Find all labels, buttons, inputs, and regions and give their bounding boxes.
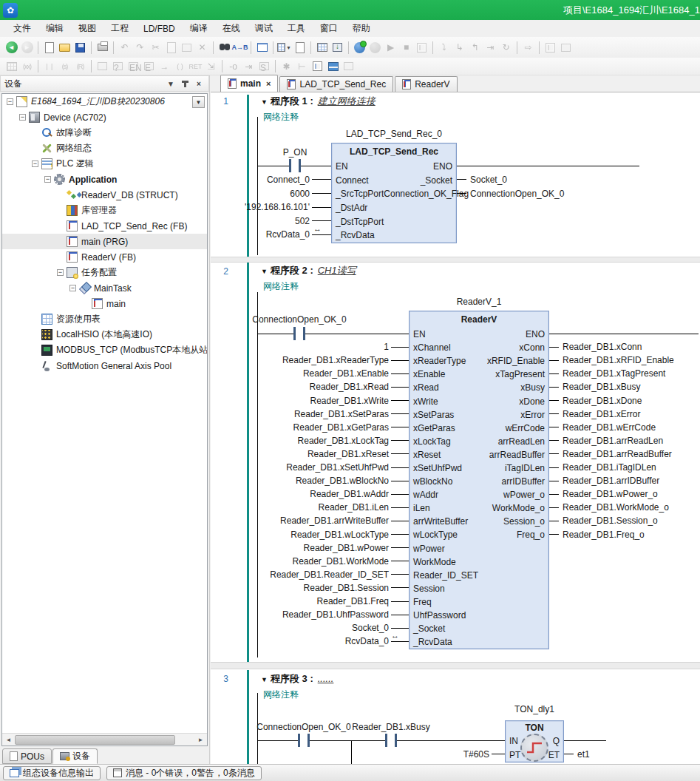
tree-expander-icon[interactable]: − [69,285,76,291]
insert-block-eno-icon[interactable]: E [142,59,156,73]
tree-expander-icon[interactable]: − [19,114,26,121]
output-operand[interactable]: Reader_DB1.arrIDBuffer [549,475,659,487]
input-operand[interactable]: Reader_DB1.xLockTag [298,435,409,447]
menu-item-3[interactable]: 工程 [103,20,136,37]
tree-item-12[interactable]: −MainTask [2,280,207,296]
tree-item-2[interactable]: 故障诊断 [2,125,207,141]
input-operand[interactable]: Reader_DB1.xReset [307,448,409,460]
input-operand[interactable]: Reader_DB1.wBlockNo [296,475,409,487]
output-operand[interactable]: ConnectionOpen_OK_0 [457,188,564,200]
tree-item-8[interactable]: LAD_TCP_Send_Rec (FB) [2,218,207,234]
insert-ret-icon[interactable]: RET [188,59,203,73]
input-operand[interactable]: Reader_DB1.wAddr [310,488,409,500]
contact[interactable] [300,733,307,748]
window-copy-icon[interactable] [559,41,573,55]
input-operand[interactable]: Reader_DB1.xReaderType [282,354,409,366]
view-split-2-icon[interactable] [326,59,340,73]
negate-icon[interactable]: -o [226,59,240,73]
input-operand[interactable]: Reader_DB1.WorkMode [292,555,409,567]
tab-close-icon[interactable]: × [266,79,271,88]
tree-item-0[interactable]: −E1684_1694_汇川DB块20230806▼ [2,94,207,109]
output-operand[interactable]: Reader_DB1.arrReadBuffer [549,448,672,460]
insert-coil-icon[interactable]: ( ) [173,59,187,73]
network-title-comment[interactable]: 建立网络连接 [318,95,376,106]
paste-icon[interactable] [180,41,194,55]
statusbar-button-0[interactable]: 组态设备信息输出 [3,766,101,780]
input-operand[interactable]: Reader_DB1.wPower [304,542,409,554]
input-operand[interactable]: Reader_DB1.UhfPassword [282,609,409,621]
set-reset-icon[interactable]: S [257,59,271,73]
menu-item-9[interactable]: 窗口 [313,20,345,37]
input-operand[interactable]: 6000 [290,188,331,200]
network-number[interactable]: 3 [211,674,228,684]
open-project-icon[interactable] [58,41,72,55]
network-collapse-icon[interactable]: ▼ [261,676,268,683]
insert-contact-negated-icon[interactable]: (s) [58,59,72,73]
insert-assignment-icon[interactable]: → [157,59,171,73]
compile-icon[interactable] [315,41,329,55]
update-parameters-icon[interactable]: ✱ [279,59,293,73]
insert-block-en-icon[interactable]: EN [126,59,140,73]
tree-item-14[interactable]: 资源使用表 [2,311,207,327]
panel-tab-pous[interactable]: POUs [2,748,52,764]
tree-expander-icon[interactable]: − [7,98,13,105]
input-operand[interactable]: Reader_DB1.xEnable [303,368,409,379]
tree-item-6[interactable]: ReaderV_DB (STRUCT) [2,187,207,203]
tree-item-15[interactable]: LocalHSIO (本地高速IO) [2,327,207,342]
menu-item-5[interactable]: 编译 [183,20,215,37]
run-icon[interactable]: ▶ [384,41,398,55]
network-header[interactable]: ▼程序段 1 :建立网络连接 [261,95,376,108]
reset-warm-icon[interactable]: ↻ [499,41,513,55]
network-comment[interactable]: 网络注释 [263,689,299,701]
menu-item-1[interactable]: 编辑 [38,20,71,37]
run-to-cursor-icon[interactable]: ⇥ [483,41,497,55]
function-block[interactable]: ReaderVENENOxChannelxConnxReaderTypexRFI… [409,311,549,649]
device-tree-hscrollbar[interactable]: ◄ ► [2,733,207,746]
tree-expander-icon[interactable]: − [32,160,38,167]
panel-pin-icon[interactable] [179,78,191,89]
output-operand[interactable]: Reader_DB1.wPower_o [549,488,658,500]
input-operand[interactable]: Socket_0 [352,622,409,634]
tree-item-3[interactable]: 网络组态 [2,141,207,156]
input-operand[interactable]: Reader_DB1.arrWriteBuffer [280,515,409,527]
output-operand[interactable]: Reader_DB1.wErrCode [549,422,656,433]
output-operand[interactable]: et1 [564,748,590,760]
contact-operand[interactable]: ConnectionOpen_OK_0 [218,314,381,325]
insert-network-icon[interactable] [4,59,18,73]
menu-item-4[interactable]: LD/FBD [136,21,183,36]
menu-item-0[interactable]: 文件 [6,20,38,37]
step-out-icon[interactable]: ↰ [468,41,482,55]
network-collapse-icon[interactable]: ▼ [261,268,268,275]
network-header[interactable]: ▼程序段 2 :CH1读写 [261,264,356,277]
network-title-comment[interactable]: ...... [318,673,334,684]
output-operand[interactable]: Reader_DB1.arrReadLen [549,435,663,447]
network-number[interactable]: 1 [211,96,228,106]
input-operand[interactable]: Reader_DB1.Reader_ID_SET [270,569,409,581]
copy-icon[interactable] [164,41,178,55]
output-operand[interactable]: Reader_DB1.Freq_o [549,529,645,541]
output-operand[interactable]: Reader_DB1.Session_o [549,515,658,527]
next-statement-icon[interactable]: ⇨ [521,41,535,55]
ladder-canvas[interactable]: 1▼程序段 1 :建立网络连接网络注释P_ONLAD_TCP_Send_Rec_… [211,92,700,764]
instance-name[interactable]: LAD_TCP_Send_Rec_0 [298,129,490,139]
login-icon[interactable] [353,41,367,55]
print-icon[interactable] [95,41,109,55]
input-operand[interactable]: 1 [384,341,409,353]
output-operand[interactable]: Reader_DB1.xRFID_Enable [549,354,674,366]
output-operand[interactable]: Reader_DB1.WorkMode_o [549,501,669,513]
tree-item-11[interactable]: −任务配置 [2,265,207,280]
panel-close-icon[interactable]: × [193,78,205,89]
scroll-right-icon[interactable]: ► [194,734,207,746]
nav-forward-icon[interactable]: ► [20,41,34,55]
tree-root-dropdown-icon[interactable]: ▼ [192,96,205,108]
download-icon[interactable] [330,41,344,55]
edit-values-icon[interactable] [415,41,429,55]
editor-tab-readerv[interactable]: ReaderV [395,76,457,92]
insert-jump-icon[interactable]: ⇲ [204,59,218,73]
editor-tab-main[interactable]: main× [220,75,278,92]
contact-operand[interactable]: Reader_DB1.xBusy [310,722,472,732]
input-operand[interactable]: T#60S [463,748,505,760]
menu-item-6[interactable]: 在线 [215,20,248,37]
replace-icon[interactable]: A→B [233,41,247,55]
editor-tab-lad_tcp_send_rec[interactable]: LAD_TCP_Send_Rec [279,76,393,92]
